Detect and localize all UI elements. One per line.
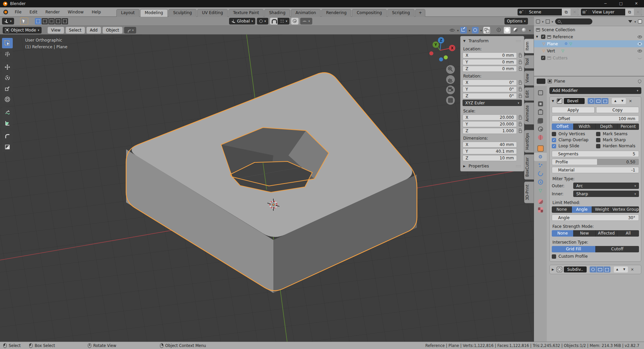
- transform-orientation-dropdown[interactable]: Global: [229, 18, 256, 24]
- fillet-tool[interactable]: [2, 131, 13, 141]
- overlays-chevron[interactable]: [480, 28, 482, 33]
- shading-solid-button[interactable]: [504, 27, 511, 34]
- scale-x-field[interactable]: X20.000: [463, 114, 517, 120]
- proportional-editing-toggle[interactable]: [291, 18, 299, 24]
- bevel-collapse-icon[interactable]: ▼: [552, 99, 555, 103]
- material-field[interactable]: Material -1: [552, 167, 639, 173]
- face-strength-affected[interactable]: Affected: [596, 230, 618, 237]
- rotation-z-field[interactable]: Z0°: [463, 93, 517, 99]
- workspace-tab-animation[interactable]: Animation: [291, 9, 321, 17]
- 3d-viewport[interactable]: Z Y X User Orthographic (1) Reference | …: [0, 35, 534, 342]
- workspace-tab-rendering[interactable]: Rendering: [321, 9, 351, 17]
- panel-drag-handle[interactable]: ::::: [516, 164, 521, 168]
- angle-field[interactable]: Angle 30°: [552, 214, 639, 221]
- outliner-editor-dropdown[interactable]: [536, 19, 540, 23]
- rotate-tool[interactable]: [2, 72, 13, 83]
- lock-icon[interactable]: [519, 95, 522, 98]
- dimensions-z-field[interactable]: Z10 mm: [463, 155, 517, 161]
- collection-checkbox[interactable]: ✓: [541, 56, 545, 60]
- gizmos-chevron[interactable]: [469, 28, 470, 33]
- workspace-tab-modeling[interactable]: Modeling: [140, 9, 168, 17]
- clamp-overlap-checkbox[interactable]: ✓Clamp Overlap: [552, 138, 595, 142]
- rotation-x-field[interactable]: X0°: [463, 80, 517, 86]
- transform-collapse-icon[interactable]: ▼: [463, 39, 467, 43]
- lock-icon[interactable]: [519, 89, 522, 91]
- scene-unlink-icon[interactable]: ✕: [571, 9, 579, 15]
- gizmo-x-negative[interactable]: [429, 51, 433, 55]
- scene-tab[interactable]: [534, 125, 547, 133]
- lock-icon[interactable]: [519, 68, 522, 71]
- object-data-tab[interactable]: ▽: [534, 186, 547, 195]
- transform-panel-title[interactable]: Transform: [469, 39, 489, 43]
- proportional-falloff-dropdown[interactable]: [300, 18, 312, 24]
- menu-object[interactable]: Object: [103, 27, 122, 34]
- apply-button[interactable]: Apply: [552, 107, 595, 113]
- view-layer-name[interactable]: View Layer: [589, 10, 625, 14]
- move-modifier-up-button[interactable]: ▲: [614, 266, 621, 272]
- cursor-tool[interactable]: [2, 49, 13, 59]
- new-collection-button[interactable]: [638, 19, 642, 23]
- lock-icon[interactable]: [519, 61, 522, 64]
- outliner-row-plane[interactable]: ▽ Plane ⚙ ▽: [534, 40, 644, 47]
- add-modifier-dropdown[interactable]: Add Modifier▾: [549, 87, 641, 94]
- camera-view-button[interactable]: [446, 86, 455, 94]
- lock-icon[interactable]: [519, 123, 522, 126]
- face-strength-new[interactable]: New: [574, 230, 595, 237]
- physics-tab[interactable]: [534, 169, 547, 178]
- gizmo-y-negative[interactable]: [444, 55, 448, 59]
- intersection-grid-fill[interactable]: Grid Fill: [552, 246, 596, 252]
- hide-eye-icon[interactable]: [638, 36, 642, 38]
- delete-modifier-button[interactable]: ✕: [631, 267, 634, 272]
- menu-file[interactable]: File: [11, 7, 25, 17]
- modifiers-tab[interactable]: ⚙: [534, 153, 547, 161]
- display-render-toggle[interactable]: [588, 98, 594, 104]
- expand-icon[interactable]: ▼: [536, 35, 539, 38]
- properties-collapse-icon[interactable]: ▶: [463, 164, 467, 168]
- rotation-mode-dropdown[interactable]: XYZ Euler▾: [463, 100, 522, 106]
- slab-object[interactable]: [126, 72, 417, 293]
- only-vertices-checkbox[interactable]: ✓Only Vertices: [552, 132, 595, 136]
- menu-help[interactable]: Help: [88, 7, 105, 17]
- menu-window[interactable]: Window: [64, 7, 88, 17]
- scale-tool[interactable]: [2, 83, 13, 94]
- scene-selector[interactable]: ◍˅ Scene ⧉ ✕: [518, 9, 579, 15]
- workspace-tab-layout[interactable]: Layout: [116, 9, 140, 17]
- workspace-tab-shading[interactable]: Shading: [264, 9, 290, 17]
- pivot-point-dropdown[interactable]: [257, 18, 268, 24]
- display-render-toggle[interactable]: [590, 266, 596, 272]
- limit-none[interactable]: None: [552, 206, 572, 213]
- workspace-tab-scripting[interactable]: Scripting: [387, 9, 415, 17]
- menu-view[interactable]: View: [48, 27, 64, 34]
- workspace-tab-compositing[interactable]: Compositing: [352, 9, 386, 17]
- profile-slider[interactable]: Profile 0.50: [552, 159, 639, 165]
- boxcutter-tool[interactable]: [2, 142, 13, 152]
- move-modifier-up-button[interactable]: ▲: [612, 98, 619, 104]
- menu-select[interactable]: Select: [66, 27, 85, 34]
- outliner-row-scene-collection[interactable]: Scene Collection: [534, 26, 644, 33]
- plane-label[interactable]: Plane: [547, 42, 558, 46]
- copy-button[interactable]: Copy: [596, 107, 639, 113]
- tab-view[interactable]: View: [524, 70, 534, 86]
- constraints-tab[interactable]: [534, 178, 547, 186]
- tab-animate[interactable]: Animate: [524, 102, 534, 124]
- properties-editor-dropdown[interactable]: [537, 79, 545, 84]
- shading-rendered-button[interactable]: [521, 27, 527, 34]
- blender-menu-icon[interactable]: [3, 10, 8, 14]
- vert-label[interactable]: Vert: [547, 49, 555, 53]
- outliner-row-cutters[interactable]: ✓ Cutters: [534, 54, 644, 61]
- select-mode-invert[interactable]: [55, 18, 61, 24]
- rotation-y-field[interactable]: Y0°: [463, 86, 517, 92]
- move-modifier-down-button[interactable]: ▼: [619, 98, 626, 104]
- workspace-tab-sculpting[interactable]: Sculpting: [168, 9, 197, 17]
- collection-checkbox[interactable]: ✓: [541, 35, 545, 39]
- tool-tab[interactable]: [534, 89, 547, 97]
- subdiv-name-field[interactable]: Subdiv..: [564, 266, 587, 272]
- overlays-toggle[interactable]: [472, 27, 479, 34]
- width-type-width[interactable]: Width: [574, 123, 595, 130]
- tab-boxcutter[interactable]: BoxCutter: [524, 154, 534, 180]
- segments-field[interactable]: Segments 5: [552, 151, 639, 157]
- scene-collection-label[interactable]: Scene Collection: [542, 28, 575, 32]
- shading-chevron[interactable]: [529, 28, 531, 33]
- active-tool-button[interactable]: [20, 17, 28, 25]
- workspace-tab-texture-paint[interactable]: Texture Paint: [228, 9, 264, 17]
